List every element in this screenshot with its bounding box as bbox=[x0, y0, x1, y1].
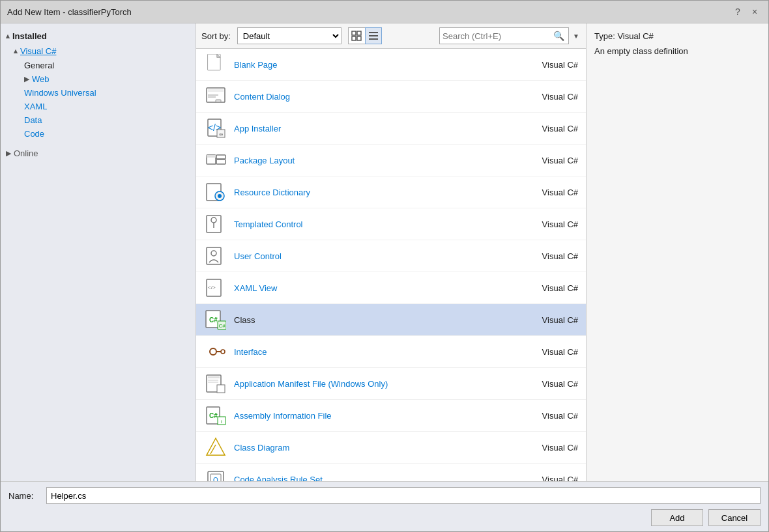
search-input[interactable] bbox=[443, 31, 552, 41]
item-name: Resource Dictionary bbox=[234, 188, 521, 197]
svg-rect-18 bbox=[207, 155, 216, 158]
installed-section[interactable]: ▴ Installed bbox=[1, 29, 196, 44]
item-type: Visual C# bbox=[526, 379, 578, 389]
visual-csharp-label: Visual C# bbox=[20, 46, 56, 56]
svg-rect-6 bbox=[369, 38, 378, 40]
svg-point-37 bbox=[221, 350, 225, 354]
item-name: Content Dialog bbox=[234, 92, 521, 102]
list-item[interactable]: InterfaceVisual C# bbox=[196, 336, 586, 368]
svg-rect-12 bbox=[216, 100, 221, 102]
svg-rect-5 bbox=[369, 35, 378, 36]
item-icon-code_analysis: Q bbox=[204, 468, 227, 481]
item-icon-app_manifest bbox=[204, 372, 227, 395]
name-row: Name: bbox=[8, 487, 761, 504]
list-item[interactable]: Class DiagramVisual C# bbox=[196, 432, 586, 464]
item-name: XAML View bbox=[234, 283, 521, 293]
add-new-item-dialog: Add New Item - classifierPyTorch ? × ▴ I… bbox=[0, 0, 769, 532]
title-bar: Add New Item - classifierPyTorch ? × bbox=[1, 1, 768, 23]
list-item[interactable]: User ControlVisual C# bbox=[196, 240, 586, 272]
list-item[interactable]: </>∞App InstallerVisual C# bbox=[196, 113, 586, 145]
sidebar-item-online[interactable]: ▶ Online bbox=[1, 146, 196, 161]
svg-rect-3 bbox=[357, 36, 361, 40]
item-name: Package Layout bbox=[234, 156, 521, 165]
list-item[interactable]: Resource DictionaryVisual C# bbox=[196, 176, 586, 208]
general-label: General bbox=[24, 61, 54, 70]
item-type: Visual C# bbox=[526, 315, 578, 325]
cancel-button[interactable]: Cancel bbox=[708, 509, 761, 526]
item-type: Visual C# bbox=[526, 124, 578, 133]
sort-select[interactable]: Default Name Type bbox=[237, 27, 341, 44]
item-type: Visual C# bbox=[526, 443, 578, 453]
item-icon-app_installer: </>∞ bbox=[204, 117, 227, 140]
svg-text:∞: ∞ bbox=[219, 132, 223, 137]
item-type: Visual C# bbox=[526, 60, 578, 70]
grid-view-button[interactable] bbox=[348, 27, 365, 44]
list-view-button[interactable] bbox=[365, 27, 382, 44]
help-button[interactable]: ? bbox=[731, 5, 745, 19]
type-label: Type: bbox=[594, 31, 615, 41]
list-item[interactable]: C#iAssembly Information FileVisual C# bbox=[196, 400, 586, 432]
center-panel: Sort by: Default Name Type bbox=[196, 23, 586, 481]
dialog-title: Add New Item - classifierPyTorch bbox=[7, 7, 132, 17]
search-dropdown-button[interactable]: ▼ bbox=[572, 33, 581, 40]
sidebar-item-web[interactable]: ▶ Web bbox=[1, 72, 196, 86]
type-value: Visual C# bbox=[617, 31, 653, 41]
list-item[interactable]: QCode Analysis Rule SetVisual C# bbox=[196, 464, 586, 481]
right-panel: Type: Visual C# An empty class definitio… bbox=[586, 23, 768, 481]
svg-rect-2 bbox=[352, 36, 356, 40]
svg-point-35 bbox=[210, 348, 216, 355]
sidebar: ▴ Installed ▴ Visual C# General ▶ Web Wi… bbox=[1, 23, 196, 481]
main-content: ▴ Installed ▴ Visual C# General ▶ Web Wi… bbox=[1, 23, 768, 481]
list-item[interactable]: Blank PageVisual C# bbox=[196, 49, 586, 81]
item-type: Visual C# bbox=[526, 283, 578, 293]
add-button[interactable]: Add bbox=[651, 509, 703, 526]
list-item[interactable]: Content DialogVisual C# bbox=[196, 81, 586, 113]
svg-marker-47 bbox=[207, 438, 225, 455]
sidebar-item-general[interactable]: General bbox=[1, 59, 196, 72]
item-type: Visual C# bbox=[526, 411, 578, 421]
item-type: Visual C# bbox=[526, 92, 578, 102]
item-name: Interface bbox=[234, 347, 521, 357]
sidebar-item-data[interactable]: Data bbox=[1, 113, 196, 127]
svg-text:C#: C# bbox=[209, 316, 218, 324]
type-info: Type: Visual C# bbox=[594, 31, 761, 41]
item-icon-resource_dict bbox=[204, 180, 227, 204]
svg-rect-39 bbox=[208, 376, 220, 378]
bottom-bar: Name: Add Cancel bbox=[1, 481, 768, 531]
item-name: Assembly Information File bbox=[234, 411, 521, 421]
search-area: 🔍 ▼ bbox=[439, 27, 581, 44]
title-bar-controls: ? × bbox=[731, 5, 762, 19]
item-name: Class Diagram bbox=[234, 443, 521, 453]
svg-rect-20 bbox=[216, 160, 225, 164]
search-button[interactable]: 🔍 bbox=[552, 31, 566, 41]
sidebar-item-code[interactable]: Code bbox=[1, 127, 196, 141]
online-arrow: ▶ bbox=[6, 149, 11, 158]
windows-universal-label: Windows Universal bbox=[24, 88, 96, 98]
item-icon-blank_page bbox=[204, 53, 227, 76]
svg-text:Q: Q bbox=[213, 477, 218, 481]
sort-label: Sort by: bbox=[201, 31, 231, 41]
svg-text:</>: </> bbox=[208, 285, 216, 290]
svg-rect-9 bbox=[208, 89, 224, 92]
data-label: Data bbox=[24, 115, 42, 125]
list-item[interactable]: </>XAML ViewVisual C# bbox=[196, 272, 586, 304]
visual-csharp-section[interactable]: ▴ Visual C# bbox=[1, 44, 196, 59]
list-item[interactable]: Package LayoutVisual C# bbox=[196, 145, 586, 176]
list-item[interactable]: Templated ControlVisual C# bbox=[196, 208, 586, 240]
name-input[interactable] bbox=[46, 487, 761, 504]
svg-text:C#: C# bbox=[209, 412, 218, 419]
sidebar-item-windows-universal[interactable]: Windows Universal bbox=[1, 86, 196, 100]
item-icon-templated_control bbox=[204, 212, 227, 236]
close-button[interactable]: × bbox=[747, 5, 762, 19]
search-box[interactable]: 🔍 bbox=[439, 27, 569, 44]
list-item[interactable]: Application Manifest File (Windows Only)… bbox=[196, 368, 586, 400]
svg-rect-4 bbox=[369, 32, 378, 33]
item-icon-package_layout bbox=[204, 148, 227, 172]
item-icon-interface_icon bbox=[204, 340, 227, 363]
item-name: App Installer bbox=[234, 124, 521, 133]
list-item[interactable]: C#C#ClassVisual C# bbox=[196, 304, 586, 336]
item-icon-xaml_view: </> bbox=[204, 276, 227, 300]
item-type: Visual C# bbox=[526, 219, 578, 229]
sidebar-item-xaml[interactable]: XAML bbox=[1, 100, 196, 113]
code-label: Code bbox=[24, 129, 44, 139]
